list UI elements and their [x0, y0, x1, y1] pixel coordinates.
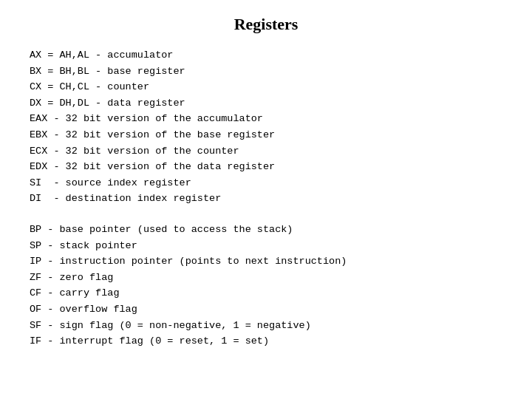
register-line: CX = CH,CL - counter — [30, 79, 502, 95]
register-line: CF - carry flag — [30, 285, 502, 301]
register-line: SP - stack pointer — [30, 238, 502, 254]
register-line: DX = DH,DL - data register — [30, 95, 502, 112]
register-line: EAX - 32 bit version of the accumulator — [30, 111, 502, 127]
section-general-registers: AX = AH,AL - accumulatorBX = BH,BL - bas… — [30, 47, 502, 207]
register-line: BX = BH,BL - base register — [30, 64, 502, 80]
register-line: IP - instruction pointer (points to next… — [30, 253, 502, 270]
register-line: EBX - 32 bit version of the base registe… — [30, 127, 502, 143]
register-line: EDX - 32 bit version of the data registe… — [30, 159, 502, 175]
page-title: Registers — [234, 15, 299, 34]
register-line: OF - overflow flag — [30, 301, 502, 318]
section-pointer-flag-registers: BP - base pointer (used to access the st… — [30, 222, 502, 349]
register-line: SI - source index register — [30, 175, 502, 191]
register-line: AX = AH,AL - accumulator — [30, 47, 502, 64]
register-line: BP - base pointer (used to access the st… — [30, 222, 502, 238]
register-line: ECX - 32 bit version of the counter — [30, 143, 502, 160]
registers-content: AX = AH,AL - accumulatorBX = BH,BL - bas… — [30, 47, 502, 364]
register-line: DI - destination index register — [30, 191, 502, 207]
register-line: IF - interrupt flag (0 = reset, 1 = set) — [30, 333, 502, 349]
register-line: ZF - zero flag — [30, 270, 502, 286]
register-line: SF - sign flag (0 = non-negative, 1 = ne… — [30, 318, 502, 334]
